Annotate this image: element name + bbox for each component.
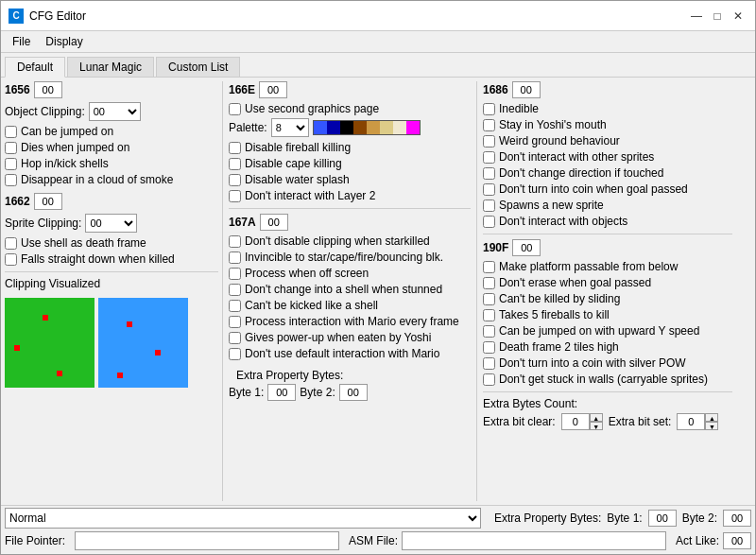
hex-1662-input[interactable] [34,193,62,210]
extra-bit-set-down[interactable]: ▼ [705,422,718,430]
tab-lunar-magic[interactable]: Lunar Magic [67,57,154,77]
extra-bit-clear-down[interactable]: ▼ [590,422,603,430]
checkbox-no-coin-silver-input[interactable] [483,357,495,370]
file-pointer-input[interactable] [75,531,339,550]
checkbox-no-sliding-kill-input[interactable] [483,293,495,305]
clip-dot-5 [155,350,161,356]
checkbox-no-shell-stunned-input[interactable] [229,284,241,296]
hex-167a-input[interactable] [260,214,288,231]
checkbox-hop-kick-input[interactable] [5,158,17,170]
checkbox-weird-ground: Weird ground behaviour [483,134,732,147]
extra-property-section: Extra Property Bytes: Byte 1: Byte 2: [229,369,471,403]
checkbox-dies-jumped-label: Dies when jumped on [21,141,129,154]
title-controls: — □ ✕ [687,7,747,26]
extra-bytes-count-section: Extra Bytes Count: Extra bit clear: ▲ ▼ … [483,397,732,430]
clip-dot-6 [117,373,123,378]
checkbox-can-be-jumped: Can be jumped on [5,125,218,138]
checkbox-no-interact-objects-input[interactable] [483,216,495,228]
normal-select[interactable]: Normal Custom [5,508,481,529]
maximize-button[interactable]: □ [708,7,727,26]
checkbox-no-default-mario-label: Don't use default interaction with Mario [245,347,439,360]
checkbox-disappear-cloud-input[interactable] [5,174,17,186]
minimize-button[interactable]: — [687,7,706,26]
checkbox-spawns-sprite-input[interactable] [483,199,495,212]
checkbox-inedible-label: Inedible [499,102,539,115]
clip-dot-2 [14,345,20,351]
checkbox-no-default-mario-input[interactable] [229,348,241,360]
checkbox-layer2-input[interactable] [229,190,241,202]
hex-190f-input[interactable] [512,239,541,256]
object-clipping-select[interactable]: 00 [89,102,141,121]
checkbox-no-interact-sprites-input[interactable] [483,151,495,164]
asm-file-input[interactable] [402,531,666,550]
checkbox-inedible: Inedible [483,102,732,115]
checkbox-invincible-input[interactable] [229,251,241,264]
checkbox-fireball-label: Disable fireball killing [245,141,351,154]
checkbox-inedible-input[interactable] [483,103,495,115]
checkbox-platform-passable-input[interactable] [483,261,495,273]
tab-custom-list[interactable]: Custom List [156,57,240,77]
byte1-bottom-label: Byte 1: [607,512,642,525]
extra-bit-set-input[interactable] [677,413,705,430]
act-like-input[interactable] [723,532,751,549]
checkbox-shell-death-input[interactable] [5,237,17,250]
checkbox-no-interact-sprites-label: Don't interact with other sprites [499,150,654,164]
byte1-bottom-input[interactable] [648,510,677,527]
extra-bit-set-up[interactable]: ▲ [705,413,718,422]
checkbox-second-graphics-input[interactable] [229,103,241,115]
extra-bit-clear-input[interactable] [561,413,590,430]
byte2-input[interactable] [339,384,368,401]
palette-swatch-4 [353,121,367,134]
checkbox-powerup-yoshi-input[interactable] [229,332,241,344]
checkbox-no-coin-goal-input[interactable] [483,183,495,196]
checkbox-no-stuck-walls-input[interactable] [483,373,495,386]
checkbox-yoshi-mouth-input[interactable] [483,119,495,131]
checkbox-upward-y-speed-input[interactable] [483,325,495,338]
app-icon: C [9,9,24,24]
checkbox-no-clip-star-input[interactable] [229,235,241,248]
hex-1656-input[interactable] [34,81,62,98]
sprite-clipping-select[interactable]: 00 [85,214,137,233]
checkbox-layer2: Don't interact with Layer 2 [229,189,471,202]
checkbox-process-mario-input[interactable] [229,316,241,328]
hex-166e-label: 166E [229,83,255,96]
checkbox-falls-straight-input[interactable] [5,253,17,266]
checkbox-can-be-jumped-input[interactable] [5,126,17,138]
checkbox-process-mario: Process interaction with Mario every fra… [229,315,471,328]
checkbox-cape-input[interactable] [229,158,241,170]
close-button[interactable]: ✕ [729,7,747,26]
checkbox-fireball-input[interactable] [229,142,241,154]
tab-default[interactable]: Default [5,57,65,78]
checkbox-no-sliding-kill: Can't be killed by sliding [483,292,732,305]
checkbox-weird-ground-input[interactable] [483,135,495,147]
checkbox-no-sliding-kill-label: Can't be killed by sliding [499,292,620,305]
checkbox-water-splash-input[interactable] [229,174,241,186]
extra-property-bytes-label: Extra Property Bytes: [494,512,601,525]
extra-bit-clear-up[interactable]: ▲ [590,413,603,422]
checkbox-no-kick-input[interactable] [229,300,241,312]
hex-1686-input[interactable] [512,81,541,98]
menu-display[interactable]: Display [38,33,90,50]
checkbox-dies-jumped-input[interactable] [5,142,17,154]
clip-box-green [5,298,94,388]
checkbox-no-change-dir-label: Don't change direction if touched [499,166,663,180]
palette-select[interactable]: 8 [271,118,309,137]
hex-1662-row: 1662 [5,193,218,210]
byte1-input[interactable] [267,384,296,401]
checkbox-death-2-tiles-input[interactable] [483,341,495,354]
extra-bit-clear-spinner: ▲ ▼ [561,413,603,430]
checkbox-no-erase-goal-input[interactable] [483,277,495,289]
palette-swatch-2 [327,121,340,134]
checkbox-no-change-dir-input[interactable] [483,167,495,180]
hex-167a-label: 167A [229,216,256,229]
menu-file[interactable]: File [5,33,38,50]
hex-1656-label: 1656 [5,83,30,96]
byte2-bottom-input[interactable] [723,510,751,527]
hex-166e-input[interactable] [259,81,287,98]
checkbox-process-offscreen-input[interactable] [229,268,241,280]
checkbox-5-fireballs-input[interactable] [483,309,495,321]
checkbox-disappear-cloud-label: Disappear in a cloud of smoke [21,173,173,186]
palette-swatch-8 [406,121,420,134]
clip-dot-3 [57,371,62,376]
extra-bit-clear-label: Extra bit clear: [483,415,556,428]
